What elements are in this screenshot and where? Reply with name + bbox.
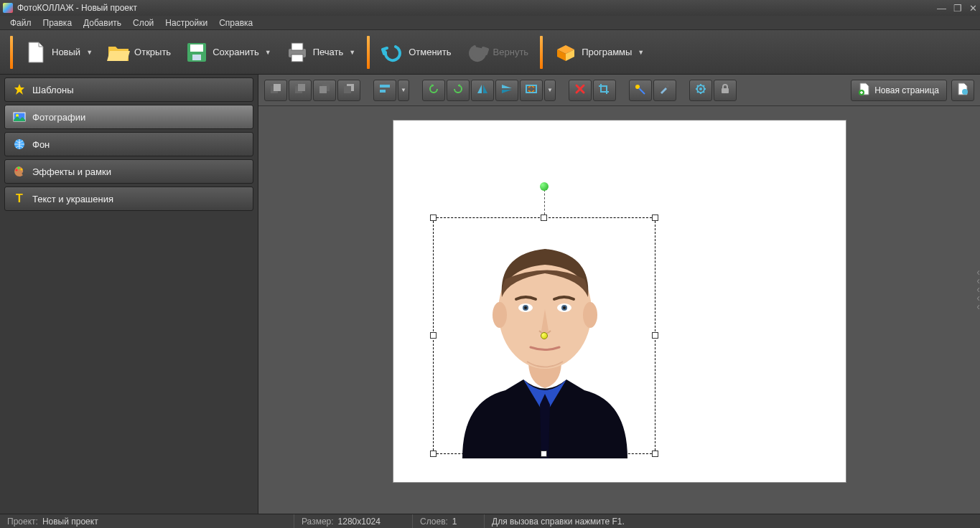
page-settings-button[interactable] [951, 80, 974, 101]
rotate-right-button[interactable] [447, 80, 470, 101]
page-add-icon [859, 82, 870, 98]
menu-add[interactable]: Добавить [78, 16, 127, 29]
svg-rect-20 [344, 86, 351, 93]
align-icon [378, 83, 391, 98]
flip-vertical-button[interactable] [495, 80, 518, 101]
portrait-image[interactable] [441, 229, 649, 458]
save-label: Сохранить [213, 47, 259, 57]
selection-box[interactable] [433, 217, 655, 454]
sidebar-item-text[interactable]: T Текст и украшения [4, 187, 253, 211]
chevron-left-icon: ‹ [976, 295, 980, 301]
undo-button[interactable]: Отменить [374, 36, 458, 69]
menu-settings[interactable]: Настройки [159, 16, 213, 29]
open-label: Открыть [134, 47, 171, 57]
maximize-button[interactable]: ❐ [953, 3, 962, 14]
chevron-left-icon: ‹ [976, 269, 980, 275]
print-button[interactable]: Печать ▼ [279, 36, 363, 69]
minimize-button[interactable]: — [937, 3, 946, 14]
window-controls: — ❐ ✕ [937, 3, 977, 14]
save-button[interactable]: Сохранить ▼ [178, 36, 279, 69]
svg-rect-22 [380, 90, 386, 93]
align-dropdown[interactable]: ▼ [398, 80, 409, 101]
svg-rect-21 [380, 85, 390, 88]
align-button[interactable] [373, 80, 396, 101]
undo-label: Отменить [409, 47, 451, 57]
wand-icon [634, 83, 647, 98]
svg-rect-18 [319, 86, 327, 93]
crop-button[interactable] [593, 80, 616, 101]
svg-rect-28 [722, 88, 729, 93]
app-icon [3, 3, 13, 13]
menu-edit[interactable]: Правка [37, 16, 78, 29]
send-back-button[interactable] [337, 80, 360, 101]
settings-button[interactable] [689, 80, 712, 101]
sidebar-item-templates[interactable]: Шаблоны [4, 77, 253, 102]
rotation-handle[interactable] [540, 182, 549, 191]
sidebar-item-label: Фотографии [32, 112, 85, 123]
status-help-hint: Для вызова справки нажмите F1. [492, 517, 625, 527]
center-point[interactable] [541, 332, 548, 339]
open-button[interactable]: Открыть [100, 36, 178, 69]
layer-front-icon [269, 83, 282, 98]
menu-help[interactable]: Справка [213, 16, 258, 29]
rotate-left-button[interactable] [422, 80, 445, 101]
sidebar-item-effects[interactable]: Эффекты и рамки [4, 159, 253, 184]
send-backward-button[interactable] [313, 80, 336, 101]
globe-icon [12, 137, 27, 151]
programs-button[interactable]: Программы ▼ [547, 36, 651, 69]
canvas[interactable] [393, 121, 846, 482]
panel-collapse-handle[interactable]: ‹ ‹ ‹ ‹ ‹ [976, 269, 980, 309]
bring-forward-button[interactable] [289, 80, 312, 101]
redo-button[interactable]: Вернуть [459, 36, 536, 69]
gear-icon [694, 83, 707, 98]
status-project-value: Новый проект [42, 517, 98, 527]
undo-icon [381, 41, 404, 64]
rotate-right-icon [452, 83, 465, 98]
sidebar-item-photos[interactable]: Фотографии [4, 105, 253, 129]
resize-handle-ml[interactable] [430, 332, 437, 339]
window-title: ФотоКОЛЛАЖ - Новый проект [17, 3, 937, 13]
statusbar: Проект: Новый проект Размер: 1280x1024 С… [0, 514, 980, 528]
sidebar-item-background[interactable]: Фон [4, 132, 253, 156]
magic-wand-button[interactable] [629, 80, 652, 101]
fit-button[interactable] [520, 80, 543, 101]
second-toolbar: ▼ ▼ [258, 75, 980, 106]
close-button[interactable]: ✕ [969, 3, 977, 14]
svg-point-11 [21, 169, 23, 171]
layer-back-icon [342, 83, 355, 98]
resize-handle-tl[interactable] [430, 214, 437, 221]
save-icon [185, 41, 208, 64]
fit-dropdown[interactable]: ▼ [544, 80, 556, 101]
resize-handle-bm[interactable] [541, 451, 547, 457]
svg-rect-4 [291, 43, 303, 50]
flip-h-icon [476, 83, 489, 98]
menu-file[interactable]: Файл [4, 16, 37, 29]
sidebar-item-label: Шаблоны [32, 85, 74, 95]
flip-horizontal-button[interactable] [471, 80, 494, 101]
new-button[interactable]: Новый ▼ [17, 36, 100, 69]
canvas-area[interactable]: ‹ ‹ ‹ ‹ ‹ [258, 106, 980, 514]
bring-front-button[interactable] [264, 80, 287, 101]
print-icon [286, 41, 309, 64]
redo-label: Вернуть [493, 47, 529, 57]
menu-layer[interactable]: Слой [127, 16, 159, 29]
eyedropper-button[interactable] [653, 80, 676, 101]
resize-handle-tm[interactable] [541, 214, 547, 221]
resize-handle-br[interactable] [652, 451, 658, 457]
eyedropper-icon [658, 83, 671, 98]
new-file-icon [24, 41, 47, 64]
lock-button[interactable] [714, 80, 737, 101]
svg-rect-25 [666, 84, 670, 88]
delete-button[interactable] [569, 80, 592, 101]
chevron-down-icon: ▼ [401, 87, 406, 93]
chevron-left-icon: ‹ [976, 303, 980, 309]
new-page-button[interactable]: Новая страница [851, 80, 947, 101]
main-toolbar: Новый ▼ Открыть Сохранить ▼ Печать ▼ [0, 30, 980, 75]
rotate-left-icon [427, 83, 440, 98]
palette-icon [12, 164, 27, 179]
resize-handle-mr[interactable] [652, 332, 658, 339]
workspace: ▼ ▼ [258, 75, 980, 514]
new-page-label: Новая страница [874, 85, 939, 95]
resize-handle-bl[interactable] [430, 451, 437, 457]
resize-handle-tr[interactable] [652, 214, 658, 221]
